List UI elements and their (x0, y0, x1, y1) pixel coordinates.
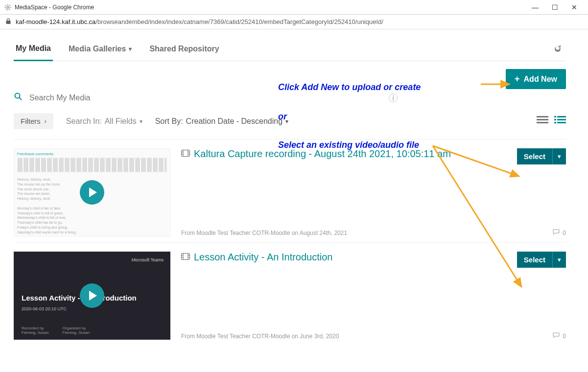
svg-point-0 (7, 6, 9, 8)
refresh-icon[interactable] (549, 41, 566, 60)
media-item: Feedback comments Hickory, dickory, dock… (14, 139, 566, 242)
svg-rect-13 (537, 122, 548, 123)
svg-rect-12 (537, 119, 548, 120)
chevron-down-icon: ▾ (558, 153, 561, 160)
window-titlebar: MediaSpace - Google Chrome — ☐ ✕ (0, 0, 588, 15)
svg-rect-15 (557, 116, 566, 117)
svg-rect-11 (537, 116, 548, 117)
tab-my-media[interactable]: My Media (14, 39, 53, 61)
tab-my-media-label: My Media (16, 44, 51, 53)
lock-icon (5, 18, 12, 26)
comment-count: 0 (563, 230, 566, 236)
play-icon[interactable] (80, 180, 104, 205)
nav-tabs: My Media Media Galleries ▾ Shared Reposi… (14, 39, 566, 61)
select-caret-button[interactable]: ▾ (552, 148, 566, 164)
media-from-text: From Moodle Test Teacher COTR-Moodle on … (181, 230, 347, 236)
comment-icon (553, 229, 560, 236)
address-bar[interactable]: kaf-moodle-124.kaf.it.ubc.ca /browseande… (0, 15, 588, 29)
video-icon (181, 149, 190, 159)
sort-prefix: Sort By: (155, 117, 183, 126)
media-from-text: From Moodle Test Teacher COTR-Moodle on … (181, 333, 339, 340)
add-new-button[interactable]: + Add New (506, 69, 566, 89)
select-caret-button[interactable]: ▾ (552, 252, 566, 268)
thumb-toolbar (17, 158, 167, 172)
svg-line-10 (20, 98, 22, 100)
chevron-down-icon: ▾ (285, 118, 288, 125)
thumb-footer: Recorded by Fleming, Susan Organized by … (22, 326, 90, 335)
comment-icon (553, 332, 560, 340)
tab-media-galleries[interactable]: Media Galleries ▾ (67, 40, 134, 60)
svg-rect-27 (182, 254, 190, 260)
sort-by-dropdown[interactable]: Sort By: Creation Date - Descending ▾ (155, 117, 288, 126)
chevron-down-icon: ▾ (558, 256, 561, 263)
media-comments[interactable]: 0 (553, 332, 566, 340)
media-comments[interactable]: 0 (553, 229, 566, 236)
svg-rect-20 (182, 150, 190, 157)
search-icon (14, 92, 23, 103)
media-thumbnail[interactable]: Feedback comments Hickory, dickory, dock… (14, 148, 170, 236)
svg-line-5 (5, 5, 6, 6)
thumb-date: 2020-06-03 20:10 UTC (22, 306, 67, 311)
video-icon (181, 252, 190, 262)
chevron-right-icon: › (45, 118, 47, 125)
plus-icon: + (515, 74, 520, 84)
play-icon[interactable] (80, 283, 104, 308)
window-maximize[interactable]: ☐ (545, 3, 564, 11)
svg-rect-18 (554, 122, 556, 123)
add-new-label: Add New (524, 75, 557, 84)
info-icon[interactable]: i (389, 93, 398, 102)
url-host: kaf-moodle-124.kaf.it.ubc.ca (16, 18, 95, 25)
tab-shared-repository-label: Shared Repository (149, 45, 219, 53)
chevron-down-icon: ▾ (129, 46, 132, 52)
media-title-link[interactable]: Kaltura Capture recording - August 24th … (181, 148, 451, 160)
window-minimize[interactable]: — (525, 3, 545, 11)
page-viewport[interactable]: My Media Media Galleries ▾ Shared Reposi… (0, 29, 588, 372)
sort-value: Creation Date - Descending (186, 117, 282, 126)
window-title: MediaSpace - Google Chrome (15, 4, 525, 11)
select-button[interactable]: Select (517, 148, 552, 164)
thumb-heading: Feedback comments (17, 152, 53, 156)
media-thumbnail[interactable]: Microsoft Teams Lesson Activity - An Int… (14, 252, 170, 340)
url-path: /browseandembed/index/index/catname/7369… (95, 18, 383, 25)
search-input[interactable] (29, 93, 382, 102)
select-button[interactable]: Select (517, 252, 552, 268)
svg-rect-17 (557, 119, 566, 120)
media-item: Microsoft Teams Lesson Activity - An Int… (14, 242, 566, 346)
tab-media-galleries-label: Media Galleries (69, 45, 126, 53)
thumb-title: Lesson Activity - An Introduction (22, 294, 137, 302)
window-close[interactable]: ✕ (564, 3, 584, 11)
thumb-corner: Microsoft Teams (132, 257, 164, 262)
search-in-value: All Fields (105, 117, 137, 126)
svg-point-9 (15, 93, 20, 98)
media-title-link[interactable]: Lesson Activity - An Introduction (181, 252, 333, 263)
comment-count: 0 (563, 333, 566, 340)
view-detailed-icon[interactable] (554, 115, 566, 128)
svg-line-8 (5, 9, 6, 10)
svg-rect-16 (554, 119, 556, 120)
media-title-text: Kaltura Capture recording - August 24th … (194, 148, 451, 160)
filters-button[interactable]: Filters › (14, 113, 53, 129)
svg-rect-19 (557, 122, 566, 123)
chevron-down-icon: ▾ (140, 118, 142, 125)
svg-line-6 (9, 9, 10, 10)
tab-shared-repository[interactable]: Shared Repository (147, 40, 221, 60)
search-in-prefix: Search In: (66, 117, 102, 126)
media-title-text: Lesson Activity - An Introduction (194, 252, 333, 263)
search-in-dropdown[interactable]: Search In: All Fields ▾ (66, 117, 142, 126)
filters-label: Filters (21, 117, 41, 125)
svg-line-7 (9, 5, 10, 6)
svg-rect-14 (554, 116, 556, 117)
app-favicon (4, 3, 12, 11)
view-collapsed-icon[interactable] (537, 115, 548, 128)
